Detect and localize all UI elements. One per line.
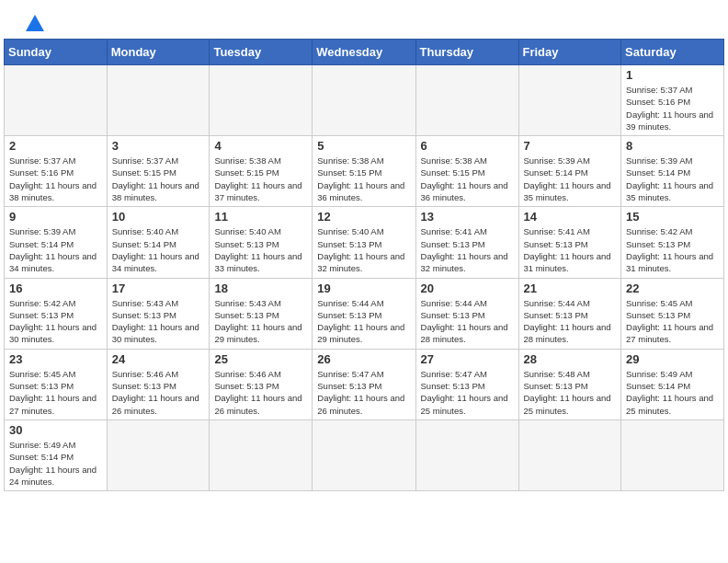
week-row-5: 30Sunrise: 5:49 AMSunset: 5:14 PMDayligh… — [5, 419, 724, 490]
calendar-cell: 3Sunrise: 5:37 AMSunset: 5:15 PMDaylight… — [107, 136, 210, 207]
day-info: Sunrise: 5:39 AMSunset: 5:14 PMDaylight:… — [524, 155, 617, 203]
day-number: 15 — [626, 210, 719, 224]
calendar-cell — [415, 65, 518, 136]
calendar-cell: 30Sunrise: 5:49 AMSunset: 5:14 PMDayligh… — [5, 419, 108, 490]
calendar-cell: 10Sunrise: 5:40 AMSunset: 5:14 PMDayligh… — [107, 207, 210, 278]
day-info: Sunrise: 5:46 AMSunset: 5:13 PMDaylight:… — [112, 368, 205, 417]
day-info: Sunrise: 5:42 AMSunset: 5:13 PMDaylight:… — [9, 297, 102, 346]
calendar-cell: 25Sunrise: 5:46 AMSunset: 5:13 PMDayligh… — [210, 349, 313, 419]
day-number: 25 — [214, 352, 307, 366]
day-info: Sunrise: 5:40 AMSunset: 5:13 PMDaylight:… — [214, 225, 307, 274]
day-number: 14 — [524, 210, 617, 224]
day-info: Sunrise: 5:47 AMSunset: 5:13 PMDaylight:… — [421, 368, 514, 417]
weekday-header-tuesday: Tuesday — [210, 40, 313, 65]
calendar-cell — [313, 65, 415, 136]
day-number: 10 — [112, 210, 205, 224]
week-row-4: 23Sunrise: 5:45 AMSunset: 5:13 PMDayligh… — [5, 349, 724, 419]
weekday-header-sunday: Sunday — [5, 40, 108, 65]
calendar-cell: 6Sunrise: 5:38 AMSunset: 5:15 PMDaylight… — [415, 136, 518, 207]
week-row-3: 16Sunrise: 5:42 AMSunset: 5:13 PMDayligh… — [5, 278, 724, 349]
day-info: Sunrise: 5:41 AMSunset: 5:13 PMDaylight:… — [524, 225, 617, 274]
day-number: 13 — [421, 210, 514, 224]
day-info: Sunrise: 5:43 AMSunset: 5:13 PMDaylight:… — [112, 297, 205, 346]
logo-triangle-icon — [26, 15, 44, 31]
weekday-header-row: SundayMondayTuesdayWednesdayThursdayFrid… — [5, 40, 724, 65]
calendar-cell — [415, 419, 518, 490]
day-info: Sunrise: 5:38 AMSunset: 5:15 PMDaylight:… — [214, 155, 307, 203]
day-info: Sunrise: 5:44 AMSunset: 5:13 PMDaylight:… — [421, 297, 514, 346]
calendar-cell: 20Sunrise: 5:44 AMSunset: 5:13 PMDayligh… — [415, 278, 518, 349]
day-number: 22 — [626, 282, 719, 295]
day-info: Sunrise: 5:38 AMSunset: 5:15 PMDaylight:… — [317, 155, 410, 203]
day-number: 5 — [317, 139, 410, 153]
weekday-header-monday: Monday — [107, 40, 210, 65]
calendar-cell — [107, 419, 210, 490]
day-info: Sunrise: 5:37 AMSunset: 5:16 PMDaylight:… — [626, 84, 719, 132]
calendar-cell: 17Sunrise: 5:43 AMSunset: 5:13 PMDayligh… — [107, 278, 210, 349]
calendar-cell — [621, 419, 724, 490]
day-number: 6 — [421, 139, 514, 153]
day-info: Sunrise: 5:49 AMSunset: 5:14 PMDaylight:… — [626, 368, 719, 417]
calendar-cell — [518, 419, 621, 490]
day-info: Sunrise: 5:44 AMSunset: 5:13 PMDaylight:… — [524, 297, 617, 346]
day-number: 7 — [524, 139, 617, 153]
day-info: Sunrise: 5:43 AMSunset: 5:13 PMDaylight:… — [214, 297, 307, 346]
calendar-cell — [210, 419, 313, 490]
weekday-header-saturday: Saturday — [621, 40, 724, 65]
day-info: Sunrise: 5:44 AMSunset: 5:13 PMDaylight:… — [317, 297, 410, 346]
day-info: Sunrise: 5:38 AMSunset: 5:15 PMDaylight:… — [421, 155, 514, 203]
day-number: 17 — [112, 282, 205, 295]
day-info: Sunrise: 5:39 AMSunset: 5:14 PMDaylight:… — [9, 225, 102, 274]
calendar-cell: 11Sunrise: 5:40 AMSunset: 5:13 PMDayligh… — [210, 207, 313, 278]
day-number: 12 — [317, 210, 410, 224]
day-info: Sunrise: 5:39 AMSunset: 5:14 PMDaylight:… — [626, 155, 719, 203]
day-number: 26 — [317, 352, 410, 366]
calendar-cell: 9Sunrise: 5:39 AMSunset: 5:14 PMDaylight… — [5, 207, 108, 278]
calendar-cell: 21Sunrise: 5:44 AMSunset: 5:13 PMDayligh… — [518, 278, 621, 349]
day-info: Sunrise: 5:37 AMSunset: 5:15 PMDaylight:… — [112, 155, 205, 203]
calendar-cell: 4Sunrise: 5:38 AMSunset: 5:15 PMDaylight… — [210, 136, 313, 207]
calendar-cell: 26Sunrise: 5:47 AMSunset: 5:13 PMDayligh… — [313, 349, 415, 419]
week-row-1: 2Sunrise: 5:37 AMSunset: 5:16 PMDaylight… — [5, 136, 724, 207]
calendar-cell: 2Sunrise: 5:37 AMSunset: 5:16 PMDaylight… — [5, 136, 108, 207]
calendar-cell: 23Sunrise: 5:45 AMSunset: 5:13 PMDayligh… — [5, 349, 108, 419]
weekday-header-friday: Friday — [518, 40, 621, 65]
day-info: Sunrise: 5:37 AMSunset: 5:16 PMDaylight:… — [9, 155, 102, 203]
calendar-cell — [5, 65, 108, 136]
day-number: 1 — [626, 68, 719, 82]
day-number: 8 — [626, 139, 719, 153]
calendar-cell: 1Sunrise: 5:37 AMSunset: 5:16 PMDaylight… — [621, 65, 724, 136]
day-number: 3 — [112, 139, 205, 153]
day-number: 21 — [524, 282, 617, 295]
calendar-cell: 7Sunrise: 5:39 AMSunset: 5:14 PMDaylight… — [518, 136, 621, 207]
day-info: Sunrise: 5:48 AMSunset: 5:13 PMDaylight:… — [524, 368, 617, 417]
calendar-cell: 16Sunrise: 5:42 AMSunset: 5:13 PMDayligh… — [5, 278, 108, 349]
logo — [22, 15, 44, 31]
day-info: Sunrise: 5:49 AMSunset: 5:14 PMDaylight:… — [9, 439, 102, 488]
week-row-2: 9Sunrise: 5:39 AMSunset: 5:14 PMDaylight… — [5, 207, 724, 278]
header — [4, 0, 724, 39]
calendar-cell: 12Sunrise: 5:40 AMSunset: 5:13 PMDayligh… — [313, 207, 415, 278]
calendar-cell: 14Sunrise: 5:41 AMSunset: 5:13 PMDayligh… — [518, 207, 621, 278]
day-number: 11 — [214, 210, 307, 224]
day-info: Sunrise: 5:40 AMSunset: 5:14 PMDaylight:… — [112, 225, 205, 274]
calendar-cell: 27Sunrise: 5:47 AMSunset: 5:13 PMDayligh… — [415, 349, 518, 419]
calendar-cell: 29Sunrise: 5:49 AMSunset: 5:14 PMDayligh… — [621, 349, 724, 419]
calendar: SundayMondayTuesdayWednesdayThursdayFrid… — [4, 39, 724, 491]
day-info: Sunrise: 5:46 AMSunset: 5:13 PMDaylight:… — [214, 368, 307, 417]
weekday-header-thursday: Thursday — [415, 40, 518, 65]
day-number: 29 — [626, 352, 719, 366]
day-number: 16 — [9, 282, 102, 295]
day-number: 19 — [317, 282, 410, 295]
day-info: Sunrise: 5:47 AMSunset: 5:13 PMDaylight:… — [317, 368, 410, 417]
calendar-cell: 8Sunrise: 5:39 AMSunset: 5:14 PMDaylight… — [621, 136, 724, 207]
day-info: Sunrise: 5:42 AMSunset: 5:13 PMDaylight:… — [626, 225, 719, 274]
calendar-cell: 24Sunrise: 5:46 AMSunset: 5:13 PMDayligh… — [107, 349, 210, 419]
day-info: Sunrise: 5:45 AMSunset: 5:13 PMDaylight:… — [626, 297, 719, 346]
day-number: 20 — [421, 282, 514, 295]
day-number: 27 — [421, 352, 514, 366]
day-info: Sunrise: 5:41 AMSunset: 5:13 PMDaylight:… — [421, 225, 514, 274]
calendar-cell: 15Sunrise: 5:42 AMSunset: 5:13 PMDayligh… — [621, 207, 724, 278]
calendar-cell: 5Sunrise: 5:38 AMSunset: 5:15 PMDaylight… — [313, 136, 415, 207]
day-number: 28 — [524, 352, 617, 366]
